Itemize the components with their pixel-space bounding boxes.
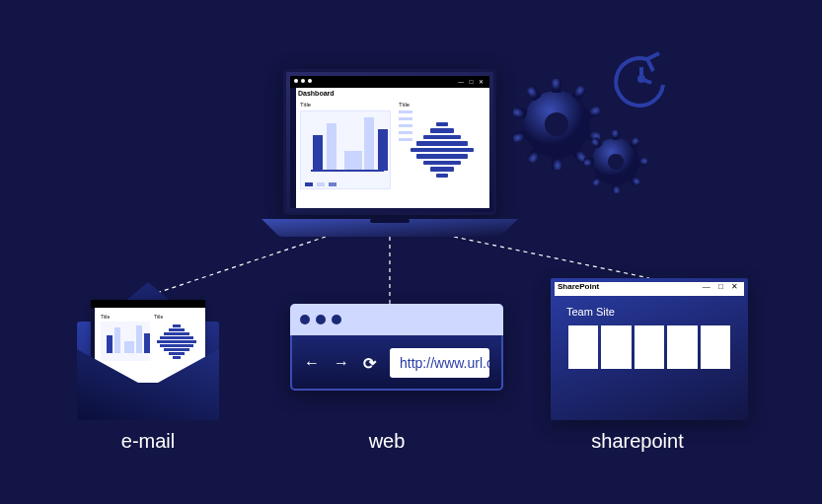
automation-icon <box>513 45 671 203</box>
forward-icon[interactable]: → <box>334 354 349 372</box>
svg-rect-10 <box>552 156 561 170</box>
sharepoint-app-title: SharePoint <box>558 282 599 291</box>
tile <box>601 325 631 369</box>
tile <box>701 325 730 369</box>
tile <box>568 325 598 369</box>
doc-bar-chart <box>101 322 150 361</box>
svg-rect-19 <box>637 158 647 166</box>
tile <box>635 325 664 369</box>
browser-nav-bar: ← → ⟳ http://www.url.com/fo <box>290 335 503 391</box>
sharepoint-titlebar: SharePoint — □ ✕ <box>555 282 744 296</box>
sharepoint-site-title: Team Site <box>566 306 615 318</box>
gear-large-icon <box>513 79 601 170</box>
laptop-screen: — □ ✕ Dashboard Title Title <box>283 69 496 215</box>
browser-dot-icon <box>300 315 310 324</box>
svg-rect-5 <box>552 79 561 93</box>
dashboard-left-panel: Title <box>300 102 391 204</box>
dashboard-right-panel: Title <box>399 102 486 204</box>
dashboard-sidebar <box>290 88 296 208</box>
dashboard-body: Dashboard Title Title <box>290 88 489 208</box>
window-controls-icon: — □ ✕ <box>458 78 486 85</box>
browser-dot-icon <box>332 315 341 324</box>
laptop-base <box>262 215 518 237</box>
url-bar[interactable]: http://www.url.com/fo <box>390 348 489 378</box>
doc-chart1-title: Title <box>101 314 150 320</box>
web-browser-illustration: ← → ⟳ http://www.url.com/fo <box>290 304 503 391</box>
svg-rect-17 <box>612 130 620 140</box>
doc-pyramid-chart <box>154 322 199 361</box>
bar-chart <box>300 110 391 189</box>
svg-point-25 <box>608 154 624 170</box>
sharepoint-tiles <box>568 325 730 369</box>
window-titlebar: — □ ✕ <box>290 76 489 88</box>
label-sharepoint: sharepoint <box>539 430 736 453</box>
browser-dot-icon <box>316 315 326 324</box>
back-icon[interactable]: ← <box>304 354 320 372</box>
window-controls-icon: — □ ✕ <box>703 282 741 291</box>
browser-tab-bar <box>290 304 503 335</box>
doc-chart2-title: Title <box>154 314 199 320</box>
sharepoint-illustration: SharePoint — □ ✕ Team Site <box>551 278 748 420</box>
svg-rect-21 <box>612 183 620 193</box>
svg-rect-0 <box>370 219 410 223</box>
svg-point-15 <box>545 112 568 136</box>
url-text: http://www.url.com/fo <box>400 355 489 371</box>
chart1-title: Title <box>300 102 391 108</box>
svg-rect-7 <box>585 106 601 119</box>
dashboard-title: Dashboard <box>298 90 335 97</box>
pyramid-chart <box>399 110 486 189</box>
reload-icon[interactable]: ⟳ <box>363 354 376 373</box>
chart2-title: Title <box>399 102 486 108</box>
svg-rect-23 <box>584 158 594 166</box>
label-email: e-mail <box>49 430 247 453</box>
window-dots-icon <box>294 79 312 83</box>
laptop-illustration: — □ ✕ Dashboard Title Title <box>262 69 518 237</box>
refresh-clock-icon <box>616 53 663 106</box>
gear-small-icon <box>584 130 647 193</box>
email-illustration: Title Title <box>77 282 219 420</box>
label-web: web <box>288 430 486 453</box>
tile <box>667 325 697 369</box>
